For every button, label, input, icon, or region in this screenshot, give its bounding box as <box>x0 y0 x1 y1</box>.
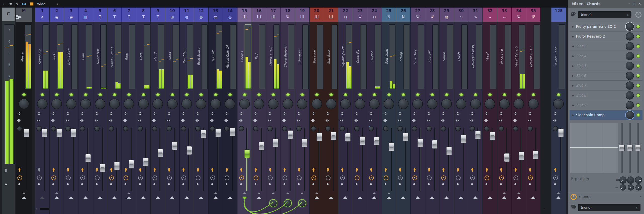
eq-band1-slider-cap[interactable] <box>619 145 625 151</box>
route-to-master-arrow[interactable] <box>155 196 160 199</box>
stereo-separation-arrows-icon[interactable] <box>355 112 358 115</box>
pan-knob[interactable] <box>254 99 264 109</box>
route-to-master-arrow[interactable] <box>473 196 478 199</box>
track-header[interactable]: M <box>16 8 32 22</box>
pan-arrows-icon[interactable] <box>80 119 84 122</box>
slot-enable-led[interactable] <box>636 84 640 87</box>
latch-lamp-icon[interactable] <box>427 168 431 172</box>
pan-arrows-icon[interactable] <box>441 119 445 122</box>
track-enable-led[interactable] <box>488 93 492 96</box>
stereo-knob[interactable] <box>94 126 100 131</box>
latch-lamp-icon[interactable] <box>52 168 55 172</box>
pan-arrows-icon[interactable] <box>210 119 214 122</box>
track-header[interactable]: 26N <box>396 8 410 22</box>
volume-fader[interactable] <box>129 160 134 169</box>
latch-lamp-icon[interactable] <box>471 168 474 172</box>
track-enable-led[interactable] <box>473 93 478 96</box>
stereo-knob[interactable] <box>80 126 85 131</box>
pan-arrows-icon[interactable] <box>513 119 517 122</box>
send-small-arrow-icon[interactable] <box>55 192 58 194</box>
stereo-separation-arrows-icon[interactable] <box>470 112 474 115</box>
record-arm-dot[interactable] <box>298 183 300 185</box>
pan-arrows-icon[interactable] <box>369 119 372 122</box>
plugin-delay-clock-icon[interactable] <box>109 175 114 180</box>
pan-knob[interactable] <box>311 99 322 109</box>
pan-arrows-icon[interactable] <box>51 119 55 122</box>
stereo-knob[interactable] <box>65 126 71 131</box>
send-small-arrow-icon[interactable] <box>388 192 390 194</box>
route-to-master-arrow[interactable] <box>199 196 203 199</box>
track-enable-led[interactable] <box>502 93 507 96</box>
send-small-arrow-icon[interactable] <box>214 192 217 194</box>
pan-knob[interactable] <box>239 99 250 109</box>
track-enable-led[interactable] <box>343 93 348 96</box>
record-arm-dot[interactable] <box>139 183 141 185</box>
pan-knob[interactable] <box>210 99 221 109</box>
plugin-slot-4[interactable]: ▶Slot 4 <box>570 51 642 61</box>
record-arm-dot[interactable] <box>5 184 7 185</box>
plugin-slot-10[interactable]: ▶Sidechain Comp <box>570 110 642 120</box>
stereo-separation-arrows-icon[interactable] <box>37 112 41 115</box>
stereo-knob[interactable] <box>340 126 345 131</box>
volume-fader[interactable] <box>417 139 423 147</box>
stereo-separation-arrows-icon[interactable] <box>124 112 127 115</box>
pan-arrows-icon[interactable] <box>499 119 502 122</box>
pan-arrows-icon[interactable] <box>326 119 329 122</box>
route-to-master-arrow[interactable] <box>358 196 362 199</box>
track-header[interactable]: 28Ψ <box>425 8 439 22</box>
pan-knob[interactable] <box>326 99 336 109</box>
route-to-master-arrow[interactable] <box>556 196 561 199</box>
pan-arrows-icon[interactable] <box>195 119 199 122</box>
plugin-delay-clock-icon[interactable] <box>167 175 172 180</box>
pan-knob[interactable] <box>297 99 307 109</box>
volume-fader[interactable] <box>114 162 120 170</box>
latch-lamp-icon[interactable] <box>81 168 84 172</box>
route-to-master-arrow[interactable] <box>516 196 521 199</box>
pan-knob[interactable] <box>80 99 91 109</box>
volume-fader[interactable] <box>172 141 178 150</box>
slot-mix-knob[interactable] <box>626 91 634 100</box>
slot-enable-led[interactable] <box>636 44 640 48</box>
slot-enable-led[interactable] <box>636 54 640 58</box>
record-arm-dot[interactable] <box>168 183 170 185</box>
stereo-knob[interactable] <box>195 126 200 131</box>
latch-lamp-icon[interactable] <box>18 168 21 172</box>
pan-knob[interactable] <box>340 99 351 109</box>
route-to-master-arrow[interactable] <box>459 196 463 199</box>
pan-arrows-icon[interactable] <box>412 119 416 122</box>
stereo-knob[interactable] <box>267 126 273 131</box>
track-enable-led[interactable] <box>84 93 88 96</box>
plugin-delay-clock-icon[interactable] <box>499 175 504 180</box>
plugin-delay-clock-icon[interactable] <box>311 175 316 180</box>
minimize-button[interactable]: – <box>628 2 630 6</box>
track-header[interactable]: 14◍ <box>223 8 237 22</box>
stereo-knob[interactable] <box>123 126 128 131</box>
latch-lamp-icon[interactable] <box>442 168 445 172</box>
stereo-separation-arrows-icon[interactable] <box>553 112 557 115</box>
stereo-separation-arrows-icon[interactable] <box>254 112 257 115</box>
latch-lamp-icon[interactable] <box>268 168 272 172</box>
pan-arrows-icon[interactable] <box>528 119 531 122</box>
stereo-knob[interactable] <box>167 126 172 131</box>
plugin-delay-clock-icon[interactable] <box>283 175 287 180</box>
pan-knob[interactable] <box>485 99 495 109</box>
track-header[interactable]: 20Ш <box>310 8 324 22</box>
plugin-delay-clock-icon[interactable] <box>124 175 128 180</box>
pan-knob[interactable] <box>167 99 178 109</box>
stereo-separation-arrows-icon[interactable] <box>52 112 55 115</box>
slot-expand-arrow-icon[interactable]: ▶ <box>572 25 574 28</box>
stereo-knob[interactable] <box>17 126 22 131</box>
volume-fader[interactable] <box>475 131 481 139</box>
plugin-slot-3[interactable]: ▶Slot 3 <box>570 41 642 51</box>
pan-arrows-icon[interactable] <box>138 119 141 122</box>
track-enable-led[interactable] <box>430 93 434 96</box>
pan-arrows-icon[interactable] <box>95 119 98 122</box>
stereo-knob[interactable] <box>455 126 461 131</box>
slot-mix-knob[interactable] <box>626 32 634 41</box>
stereo-separation-arrows-icon[interactable] <box>109 112 113 115</box>
stereo-separation-arrows-icon[interactable] <box>167 112 171 115</box>
plugin-delay-clock-icon[interactable] <box>427 175 432 180</box>
stereo-knob[interactable] <box>181 126 186 131</box>
volume-fader[interactable] <box>389 142 394 151</box>
slot-mix-knob[interactable] <box>626 52 634 60</box>
